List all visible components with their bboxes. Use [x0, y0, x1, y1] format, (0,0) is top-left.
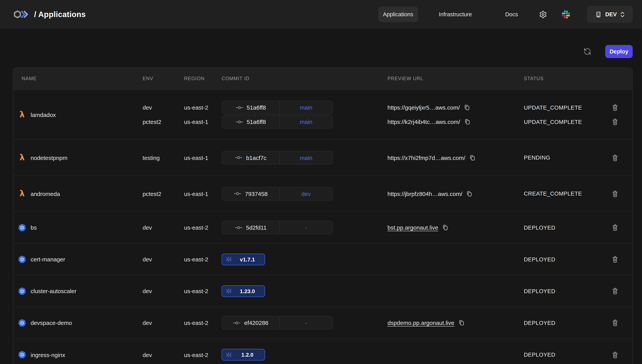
deployment-line: devus-east-2HELMv1.7.1DEPLOYED: [143, 252, 632, 266]
nav-item-docs[interactable]: Docs: [501, 6, 523, 22]
commit-hash-value: b1acf7c: [246, 154, 266, 161]
table-row[interactable]: λandromedapctest2us-east-17937458devhttp…: [13, 176, 632, 212]
refresh-icon[interactable]: [583, 48, 591, 55]
table-row[interactable]: ingress-nginxdevus-east-2HELM1.2.0DEPLOY…: [13, 339, 632, 364]
delete-trash-icon[interactable]: [612, 154, 618, 161]
chevron-up-down-icon: [620, 11, 624, 18]
env-value: dev: [143, 320, 184, 326]
commit-hash-value: 51a6ff8: [247, 104, 266, 111]
slack-icon[interactable]: [562, 10, 570, 18]
table-row[interactable]: devspace-demodevus-east-2ef420286-dspdem…: [13, 307, 632, 339]
deployments: devus-east-25d2fd11-bst.pp.argonaut.live…: [143, 212, 632, 243]
status-value: UPDATE_COMPLETE: [524, 104, 601, 110]
building-icon: [595, 11, 602, 18]
table-row[interactable]: λnodetestpnpmtestingus-east-1b1acf7cmain…: [13, 140, 632, 176]
settings-gear-icon[interactable]: [539, 10, 547, 18]
preview-url-link[interactable]: https://gqeiyljxr5…aws.com/: [387, 104, 460, 111]
branch-name[interactable]: -: [280, 221, 332, 234]
commit-hash-value: 51a6ff8: [247, 118, 266, 125]
commit-cell: ef420286-: [222, 316, 387, 330]
kubernetes-icon: [18, 318, 26, 327]
preview-url-link[interactable]: https://k2rj4ib4tc…aws.com/: [387, 118, 460, 125]
delete-trash-icon[interactable]: [612, 287, 618, 295]
row-actions: [601, 118, 632, 126]
app-name: bs: [31, 224, 37, 231]
deployments: testingus-east-1b1acf7cmainhttps://x7hi2…: [143, 140, 632, 176]
git-commit-icon: [235, 155, 243, 160]
commit-id: ef420286: [222, 316, 280, 329]
copy-url-icon[interactable]: [464, 104, 470, 111]
app-name-cell: λlamdadox: [13, 90, 143, 140]
preview-url-link[interactable]: bst.pp.argonaut.live: [387, 224, 438, 231]
row-actions: [601, 104, 632, 111]
delete-trash-icon[interactable]: [612, 224, 618, 231]
applications-table: NAME ENV REGION COMMIT ID PREVIEW URL ST…: [13, 68, 633, 364]
commit-box[interactable]: b1acf7cmain: [222, 151, 333, 164]
git-commit-icon: [233, 320, 241, 325]
table-row[interactable]: cluster-autoscalerdevus-east-2HELM1.23.0…: [13, 275, 632, 307]
commit-box[interactable]: 7937458dev: [222, 187, 333, 200]
preview-url-link[interactable]: https://x7hi2fmp7d…aws.com/: [387, 154, 465, 161]
table-row[interactable]: bsdevus-east-25d2fd11-bst.pp.argonaut.li…: [13, 212, 632, 244]
env-value: pctest2: [143, 190, 184, 197]
deploy-button[interactable]: Deploy: [605, 45, 633, 58]
git-commit-icon: [234, 191, 242, 196]
breadcrumb: / Applications: [13, 10, 86, 19]
nav-item-infrastructure[interactable]: Infrastructure: [434, 6, 476, 22]
env-value: dev: [143, 256, 184, 262]
deployment-line: devus-east-25d2fd11-bst.pp.argonaut.live…: [143, 220, 632, 234]
commit-id: 51a6ff8: [222, 116, 280, 128]
app-name-cell: devspace-demo: [13, 307, 143, 338]
delete-trash-icon[interactable]: [612, 351, 618, 358]
delete-trash-icon[interactable]: [612, 190, 618, 197]
commit-box[interactable]: ef420286-: [222, 316, 333, 330]
copy-url-icon[interactable]: [469, 154, 475, 161]
commit-hash-value: ef420286: [244, 320, 268, 326]
copy-url-icon[interactable]: [466, 190, 472, 197]
org-selector[interactable]: DEV: [587, 6, 633, 23]
app-name: cluster-autoscaler: [31, 288, 77, 294]
env-value: pctest2: [143, 118, 184, 125]
branch-name[interactable]: main: [280, 116, 332, 128]
table-row[interactable]: cert-managerdevus-east-2HELMv1.7.1DEPLOY…: [13, 244, 632, 275]
deployment-line: devus-east-251a6ff8mainhttps://gqeiyljxr…: [143, 100, 632, 114]
commit-box[interactable]: 51a6ff8main: [222, 101, 333, 114]
column-header-preview-url: PREVIEW URL: [387, 76, 524, 81]
preview-url-link[interactable]: https://jbrpfz804h…aws.com/: [387, 190, 462, 197]
table-row[interactable]: λlamdadoxdevus-east-251a6ff8mainhttps://…: [13, 90, 632, 140]
region-value: us-east-2: [184, 224, 222, 231]
status-value: DEPLOYED: [524, 288, 601, 294]
kubernetes-icon: [18, 223, 26, 232]
main-nav: Applications Infrastructure Docs: [378, 6, 633, 23]
commit-cell: HELMv1.7.1: [222, 254, 387, 265]
helm-version-badge: HELMv1.7.1: [222, 254, 265, 265]
kubernetes-icon: [18, 255, 26, 264]
copy-url-icon[interactable]: [464, 118, 470, 125]
preview-url-link[interactable]: dspdemo.pp.argonaut.live: [387, 320, 454, 326]
copy-url-icon[interactable]: [442, 224, 448, 231]
column-header-env: ENV: [143, 76, 184, 81]
delete-trash-icon[interactable]: [612, 118, 618, 126]
branch-name[interactable]: main: [280, 101, 332, 114]
nav-item-applications[interactable]: Applications: [378, 6, 418, 22]
delete-trash-icon[interactable]: [612, 256, 618, 263]
branch-name[interactable]: -: [280, 316, 332, 329]
delete-trash-icon[interactable]: [612, 104, 618, 111]
status-value: DEPLOYED: [524, 224, 601, 230]
region-value: us-east-2: [184, 256, 222, 262]
delete-trash-icon[interactable]: [612, 319, 618, 326]
env-value: dev: [143, 288, 184, 294]
app-name: cert-manager: [31, 256, 65, 262]
preview-url-cell: dspdemo.pp.argonaut.live: [387, 320, 524, 326]
branch-name[interactable]: dev: [280, 187, 332, 200]
branch-name[interactable]: main: [280, 151, 332, 164]
copy-url-icon[interactable]: [458, 320, 464, 326]
argonaut-logo-icon[interactable]: [13, 10, 29, 19]
commit-box[interactable]: 51a6ff8main: [222, 115, 333, 128]
commit-box[interactable]: 5d2fd11-: [222, 221, 333, 234]
region-value: us-east-1: [184, 190, 222, 197]
status-value: DEPLOYED: [524, 352, 601, 358]
commit-hash-value: 7937458: [245, 190, 268, 197]
deployments: devus-east-2ef420286-dspdemo.pp.argonaut…: [143, 307, 632, 338]
page-title: / Applications: [34, 10, 86, 19]
